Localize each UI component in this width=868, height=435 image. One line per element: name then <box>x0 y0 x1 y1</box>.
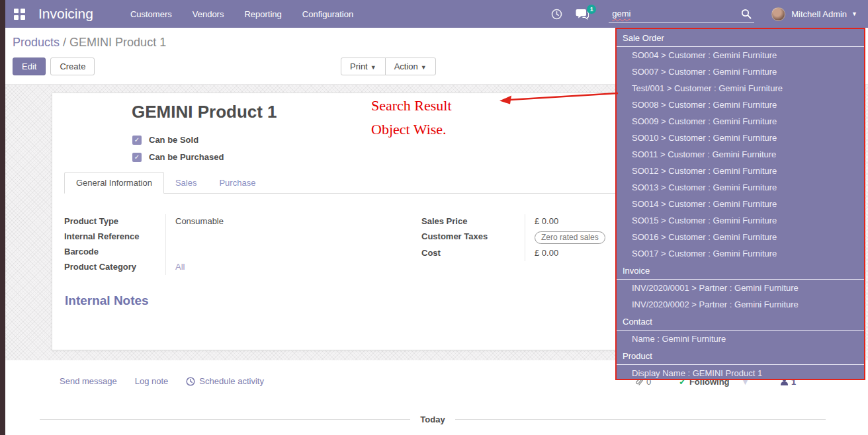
search-result-item[interactable]: Name : Gemini Furniture <box>617 331 864 347</box>
record-buttons: Edit Create <box>13 58 95 75</box>
annotation-arrow <box>495 89 619 110</box>
product-title: GEMINI Product 1 <box>132 102 277 122</box>
action-dropdown-button[interactable]: Action▼ <box>385 58 436 75</box>
global-search-input[interactable]: gemi <box>609 5 754 23</box>
section-header-sale-order: Sale Order <box>617 29 864 47</box>
create-button[interactable]: Create <box>50 58 95 75</box>
annotation-line-1: Search Result <box>371 97 452 114</box>
tax-badge: Zero rated sales <box>535 231 605 244</box>
breadcrumb: Products / GEMINI Product 1 <box>13 36 166 50</box>
nav-menu-vendors[interactable]: Vendors <box>193 9 224 19</box>
breadcrumb-current: GEMINI Product 1 <box>69 36 166 49</box>
window-edge <box>0 0 5 435</box>
log-note-link[interactable]: Log note <box>135 376 169 386</box>
barcode-value <box>165 245 416 260</box>
product-type-value: Consumable <box>165 214 416 229</box>
search-result-item[interactable]: SO011 > Customer : Gemini Furniture <box>617 146 864 163</box>
send-message-link[interactable]: Send message <box>60 376 117 386</box>
nav-menus: Customers Vendors Reporting Configuratio… <box>130 9 353 19</box>
can-be-sold-checkbox[interactable] <box>132 136 142 145</box>
message-count-badge: 1 <box>587 5 596 14</box>
search-result-item[interactable]: SO014 > Customer : Gemini Furniture <box>617 196 864 212</box>
search-result-item[interactable]: SO012 > Customer : Gemini Furniture <box>617 163 864 179</box>
user-avatar[interactable] <box>771 7 785 21</box>
action-caret-icon: ▼ <box>421 64 427 71</box>
nav-menu-configuration[interactable]: Configuration <box>302 9 353 19</box>
schedule-activity-link[interactable]: Schedule activity <box>186 376 264 386</box>
search-result-item[interactable]: SO010 > Customer : Gemini Furniture <box>617 130 864 146</box>
user-menu[interactable]: Mitchell Admin <box>791 9 847 19</box>
nav-menu-reporting[interactable]: Reporting <box>244 9 281 19</box>
edit-button[interactable]: Edit <box>13 58 46 75</box>
search-result-item[interactable]: SO008 > Customer : Gemini Furniture <box>617 97 864 113</box>
user-menu-caret-icon[interactable]: ▼ <box>851 11 857 17</box>
search-result-item[interactable]: SO015 > Customer : Gemini Furniture <box>617 212 864 229</box>
search-icon[interactable] <box>741 9 752 19</box>
can-be-sold-row: Can be Sold <box>132 135 198 145</box>
print-caret-icon: ▼ <box>370 64 376 71</box>
annotation-line-2: Object Wise. <box>371 121 447 138</box>
search-result-item[interactable]: INV/2020/0001 > Partner : Gemini Furnitu… <box>617 280 864 296</box>
print-dropdown-button[interactable]: Print▼ <box>341 58 386 75</box>
top-navbar: Invoicing Customers Vendors Reporting Co… <box>5 0 868 28</box>
today-label: Today <box>420 415 445 424</box>
can-be-purchased-checkbox[interactable] <box>132 153 142 162</box>
search-result-item[interactable]: SO013 > Customer : Gemini Furniture <box>617 179 864 196</box>
internal-reference-value <box>165 229 416 245</box>
field-product-category: Product Category All <box>64 260 416 275</box>
section-header-invoice: Invoice <box>617 262 864 280</box>
app-title[interactable]: Invoicing <box>38 6 93 22</box>
messages-icon[interactable]: 1 <box>576 9 589 20</box>
chatter-actions: Send message Log note Schedule activity <box>60 376 264 386</box>
internal-notes-heading: Internal Notes <box>65 294 149 308</box>
breadcrumb-products-link[interactable]: Products <box>13 36 60 49</box>
search-result-item[interactable]: SO009 > Customer : Gemini Furniture <box>617 113 864 130</box>
product-category-link[interactable]: All <box>165 260 416 275</box>
search-result-item[interactable]: Test/001 > Customer : Gemini Furniture <box>617 80 864 97</box>
schedule-clock-icon <box>186 377 195 386</box>
search-result-item[interactable]: SO017 > Customer : Gemini Furniture <box>617 245 864 262</box>
apps-grid-icon[interactable] <box>14 9 25 20</box>
nav-right: 1 gemi Mitchell Admin ▼ <box>551 5 868 23</box>
activities-clock-icon[interactable] <box>551 9 562 20</box>
search-query-text: gemi <box>609 9 630 19</box>
search-result-item[interactable]: SO007 > Customer : Gemini Furniture <box>617 63 864 80</box>
fields-left-column: Product Type Consumable Internal Referen… <box>64 214 416 275</box>
search-results-dropdown: Sale Order SO004 > Customer : Gemini Fur… <box>615 28 865 380</box>
section-header-product: Product <box>617 347 864 365</box>
today-divider: Today <box>40 415 826 424</box>
search-result-item[interactable]: INV/2020/0002 > Partner : Gemini Furnitu… <box>617 296 864 313</box>
field-barcode: Barcode <box>64 245 416 260</box>
nav-menu-customers[interactable]: Customers <box>130 9 172 19</box>
breadcrumb-separator: / <box>63 36 66 49</box>
search-result-item[interactable]: SO004 > Customer : Gemini Furniture <box>617 47 864 63</box>
tab-general-information[interactable]: General Information <box>64 172 164 194</box>
field-product-type: Product Type Consumable <box>64 214 416 229</box>
print-action-group: Print▼ Action▼ <box>341 58 436 75</box>
section-header-contact: Contact <box>617 313 864 331</box>
field-internal-reference: Internal Reference <box>64 229 416 245</box>
tab-sales[interactable]: Sales <box>164 173 208 193</box>
can-be-purchased-row: Can be Purchased <box>132 152 224 162</box>
search-result-item[interactable]: Display Name : GEMINI Product 1 <box>617 365 864 380</box>
tab-purchase[interactable]: Purchase <box>208 173 267 193</box>
search-result-item[interactable]: SO016 > Customer : Gemini Furniture <box>617 229 864 245</box>
